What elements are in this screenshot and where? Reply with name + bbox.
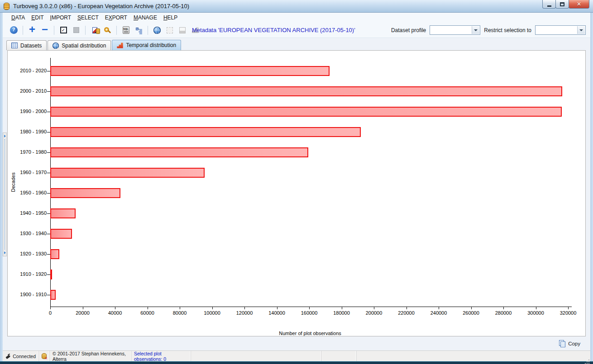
y-axis-tick (47, 193, 50, 194)
menu-help[interactable]: HELP (160, 14, 181, 22)
bar-1930-1940 (50, 229, 72, 239)
y-category-label: 2000 - 2010 (11, 88, 47, 94)
x-tick-label: 160000 (296, 310, 323, 316)
x-axis-tick (180, 307, 180, 309)
tab-label: Datasets (20, 43, 42, 49)
y-category-label: 1970 - 1980 (11, 149, 47, 155)
menu-bar: DATAEDITIMPORTSELECTEXPORTMANAGEHELP (3, 13, 590, 23)
selected-observations-text: Selected plot observations: 0 (134, 351, 188, 362)
x-tick-label: 60000 (134, 310, 161, 316)
database-locked-icon (42, 353, 47, 359)
y-axis-tick (47, 295, 50, 295)
tab-spatial-distribution[interactable]: Spatial distribution (48, 40, 111, 50)
ruler-disabled-icon (179, 27, 186, 33)
bar-1920-1930 (50, 249, 59, 259)
maximize-icon (560, 2, 564, 6)
y-axis-tick (47, 213, 50, 214)
y-axis-tick (47, 132, 50, 132)
bar-1950-1960 (50, 188, 120, 198)
bar-1990-2000 (50, 107, 562, 117)
toolbar: Metadata 'EUROPEAN VEGETATION ARCHIVE (2… (3, 23, 590, 38)
search-icon (104, 27, 109, 32)
x-tick-label: 180000 (328, 310, 355, 316)
datasets-table-icon (11, 43, 18, 48)
search-icon[interactable] (101, 24, 113, 36)
tab-temporal-distribution[interactable]: Temporal distribution (112, 40, 181, 50)
y-axis-title: Decades (10, 172, 16, 192)
bar-2000-2010 (50, 86, 562, 96)
x-axis-tick (439, 307, 439, 309)
menu-select[interactable]: SELECT (74, 14, 102, 22)
window-controls: ✕ (543, 0, 589, 9)
menu-export[interactable]: EXPORT (102, 14, 130, 22)
app-window: Turboveg 3.0.2.0 (x86) - European Vegeta… (0, 0, 593, 364)
globe-icon[interactable] (151, 24, 163, 36)
x-axis-tick (148, 307, 148, 309)
menu-manage[interactable]: MANAGE (130, 14, 160, 22)
tree-icon[interactable] (133, 24, 144, 36)
edit-data-icon[interactable] (89, 24, 100, 36)
menu-edit[interactable]: EDIT (28, 14, 47, 22)
copy-button[interactable]: Copy (559, 340, 580, 347)
restrict-selection-label: Restrict selection to (484, 27, 531, 33)
resize-grip[interactable] (585, 357, 590, 361)
y-axis-tick (47, 254, 50, 255)
x-tick-label: 260000 (458, 310, 485, 316)
y-category-label: 1990 - 2000 (11, 109, 47, 114)
tab-label: Spatial distribution (62, 43, 106, 49)
y-axis-tick (47, 234, 50, 234)
remove-icon (42, 26, 48, 35)
toolbar-separator (116, 26, 117, 35)
spatial-disabled-icon (164, 24, 176, 36)
x-tick-label: 100000 (199, 310, 226, 316)
help-icon[interactable] (8, 24, 19, 36)
x-axis-tick (342, 307, 342, 309)
x-tick-label: 220000 (393, 310, 420, 316)
x-tick-label: 300000 (522, 310, 550, 316)
select-all-icon[interactable] (57, 24, 69, 36)
toolbar-separator (85, 26, 86, 35)
bar-1900-1910 (50, 290, 56, 300)
y-axis-tick (47, 173, 50, 173)
restrict-selection-combobox[interactable] (535, 25, 586, 35)
x-axis-tick (568, 307, 569, 309)
close-icon: ✕ (577, 1, 581, 7)
spatial-disabled-icon (167, 27, 173, 33)
panel-splitter[interactable] (3, 132, 7, 256)
y-category-label: 1900 - 1910 (11, 292, 47, 297)
x-axis-tick (244, 307, 245, 309)
y-axis-tick (47, 112, 50, 112)
maximize-button[interactable] (555, 0, 569, 9)
bar-chart-plot: 0200004000060000800001000001200001400001… (8, 51, 585, 336)
y-category-label: 2010 - 2020 (11, 68, 47, 73)
menu-data[interactable]: DATA (8, 14, 28, 22)
status-bar: Connected © 2001-2017 Stephan Hennekens,… (3, 350, 590, 361)
x-axis-tick (309, 307, 310, 309)
metadata-heading: Metadata 'EUROPEAN VEGETATION ARCHIVE (2… (192, 27, 355, 33)
menu-import[interactable]: IMPORT (47, 14, 74, 22)
bar-1910-1920 (50, 269, 52, 279)
select-all-icon (60, 27, 67, 33)
y-axis-tick (47, 274, 50, 275)
title-bar[interactable]: Turboveg 3.0.2.0 (x86) - European Vegeta… (0, 0, 593, 13)
x-tick-label: 40000 (101, 310, 129, 316)
x-tick-label: 280000 (490, 310, 517, 316)
remove-icon[interactable] (39, 24, 51, 36)
chevron-down-icon[interactable] (577, 26, 585, 34)
close-button[interactable]: ✕ (569, 0, 589, 9)
tab-label: Temporal distribution (126, 42, 176, 48)
minimize-button[interactable] (542, 0, 556, 9)
status-empty-cell (321, 351, 357, 361)
chevron-down-icon[interactable] (472, 26, 479, 34)
y-category-label: 1940 - 1950 (11, 210, 47, 216)
sql-icon[interactable] (120, 24, 132, 36)
connection-status: Connected (13, 354, 36, 359)
x-axis-tick (471, 307, 472, 309)
tab-datasets[interactable]: Datasets (6, 40, 47, 50)
x-tick-label: 140000 (263, 310, 291, 316)
bar-2010-2020 (50, 66, 330, 76)
y-category-label: 1950 - 1960 (11, 190, 47, 195)
add-icon[interactable] (26, 24, 38, 36)
add-icon (29, 25, 35, 35)
dataset-profile-combobox[interactable] (430, 25, 480, 35)
